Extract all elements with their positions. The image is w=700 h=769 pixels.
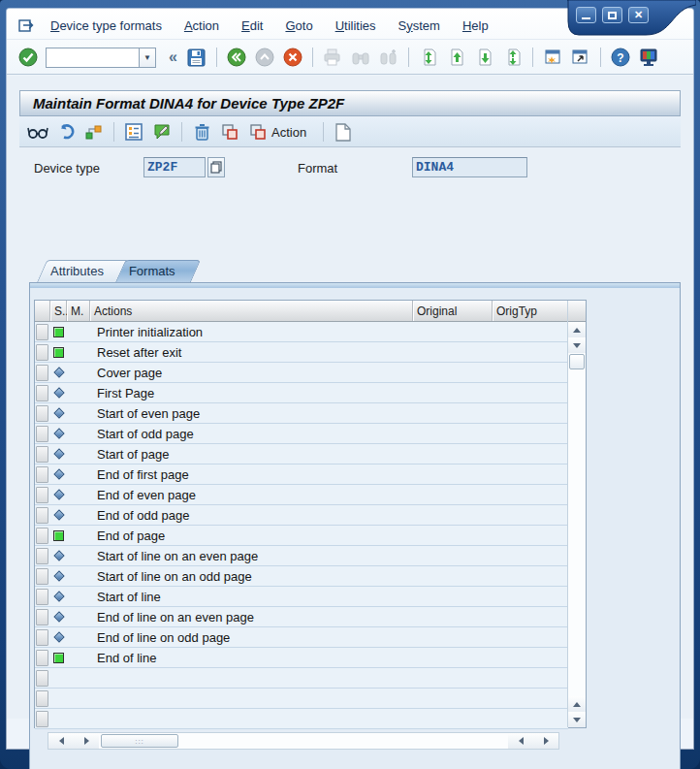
action-name-cell[interactable]: Start of odd page (90, 424, 413, 443)
row-selector[interactable] (36, 365, 48, 381)
first-page-button[interactable] (416, 45, 441, 70)
row-selector[interactable] (36, 711, 48, 727)
table-row[interactable] (35, 689, 568, 709)
create-shortcut-button[interactable] (568, 45, 593, 70)
table-row[interactable]: Start of even page (35, 403, 568, 424)
header-selector[interactable] (35, 301, 50, 321)
table-row[interactable]: Printer initialization (35, 322, 568, 342)
row-selector[interactable] (36, 487, 48, 503)
notes-button[interactable] (149, 119, 175, 144)
action-name-cell[interactable]: Reset after exit (90, 342, 413, 362)
delete-button[interactable] (189, 119, 214, 144)
action-name-cell[interactable]: End of line on odd page (90, 627, 413, 647)
header-status[interactable]: S.. (50, 301, 67, 321)
command-field[interactable] (46, 48, 139, 68)
vertical-scroll-thumb[interactable] (569, 354, 585, 369)
action-name-cell[interactable]: Printer initialization (90, 322, 413, 341)
table-row[interactable]: End of odd page (35, 505, 568, 526)
header-origtyp[interactable]: OrigTyp (493, 301, 568, 321)
find-next-button[interactable] (376, 45, 401, 70)
copy-action-button[interactable] (245, 119, 270, 144)
scroll-left-button[interactable] (48, 733, 74, 749)
action-name-cell[interactable]: Start of line on an odd page (90, 566, 413, 586)
horizontal-scrollbar[interactable]: ::: (48, 732, 559, 750)
header-actions[interactable]: Actions (90, 301, 413, 321)
format-list-button[interactable] (121, 119, 146, 144)
last-page-button[interactable] (500, 45, 525, 70)
table-row[interactable] (35, 668, 568, 689)
row-selector[interactable] (36, 670, 48, 687)
action-name-cell[interactable]: Start of line (90, 587, 413, 606)
row-selector[interactable] (36, 548, 48, 564)
menu-action[interactable]: Action (184, 18, 219, 33)
vertical-scrollbar[interactable] (567, 301, 586, 727)
next-page-button[interactable] (472, 45, 497, 70)
row-selector[interactable] (36, 589, 48, 605)
tab-attributes[interactable]: Attributes (37, 260, 119, 282)
copy-format-button[interactable] (217, 119, 242, 144)
action-name-cell[interactable]: End of first page (90, 465, 413, 484)
header-mark[interactable]: M. (67, 301, 90, 321)
row-selector[interactable] (36, 629, 48, 646)
display-change-button[interactable] (25, 119, 50, 144)
print-button[interactable] (320, 45, 345, 70)
customize-layout-button[interactable] (636, 45, 661, 70)
table-row[interactable]: End of line on odd page (35, 627, 568, 648)
action-button-label[interactable]: Action (271, 125, 306, 140)
close-button[interactable]: ✕ (628, 7, 649, 23)
action-name-cell[interactable]: Cover page (90, 363, 413, 382)
vertical-scroll-track[interactable] (568, 370, 586, 696)
scroll-up-button-bottom[interactable] (568, 696, 586, 712)
minimize-button[interactable] (576, 7, 596, 23)
menu-goto[interactable]: Goto (285, 18, 312, 33)
table-row[interactable]: End of first page (35, 465, 568, 485)
other-format-button[interactable] (81, 119, 107, 144)
action-name-cell[interactable]: End of odd page (90, 505, 413, 525)
scroll-down-button-bottom[interactable] (568, 712, 586, 727)
table-row[interactable]: Start of line (35, 587, 568, 607)
scroll-right-button-right[interactable] (533, 733, 558, 749)
row-selector[interactable] (36, 528, 48, 544)
horizontal-scroll-thumb[interactable]: ::: (101, 734, 178, 748)
scroll-down-button[interactable] (568, 337, 586, 353)
action-name-cell[interactable]: End of page (90, 526, 413, 545)
scroll-up-button[interactable] (568, 322, 586, 337)
scroll-left-button-right[interactable] (508, 733, 533, 749)
command-dropdown-button[interactable]: ▼ (139, 48, 156, 68)
table-row[interactable]: Start of odd page (35, 424, 568, 444)
table-row[interactable]: Cover page (35, 363, 568, 383)
row-selector[interactable] (36, 446, 48, 463)
table-row[interactable] (35, 709, 568, 729)
row-selector[interactable] (36, 405, 48, 422)
menu-system[interactable]: System (398, 18, 440, 33)
row-selector[interactable] (36, 609, 48, 625)
enter-button[interactable] (16, 45, 41, 70)
row-selector[interactable] (36, 426, 48, 442)
table-row[interactable]: End of page (35, 526, 568, 546)
row-selector[interactable] (36, 507, 48, 524)
undo-button[interactable] (53, 119, 79, 144)
device-type-field[interactable] (143, 157, 206, 177)
collapse-toolbar-icon[interactable]: « (169, 48, 177, 66)
menu-exit-button[interactable] (16, 16, 37, 35)
row-selector[interactable] (36, 324, 48, 340)
action-name-cell[interactable]: End of even page (90, 485, 413, 504)
table-row[interactable]: Start of page (35, 444, 568, 465)
save-button[interactable] (184, 45, 209, 70)
table-row[interactable]: Start of line on an even page (35, 546, 568, 566)
menu-utilities[interactable]: Utilities (335, 18, 376, 33)
table-row[interactable]: End of line (35, 648, 568, 668)
horizontal-scroll-track[interactable] (180, 733, 508, 749)
action-name-cell[interactable]: End of line on an even page (90, 607, 413, 626)
action-name-cell[interactable]: Start of line on an even page (90, 546, 413, 565)
row-selector[interactable] (36, 568, 48, 585)
table-row[interactable]: First Page (35, 383, 568, 403)
row-selector[interactable] (36, 385, 48, 401)
find-button[interactable] (348, 45, 373, 70)
menu-edit[interactable]: Edit (241, 18, 263, 33)
new-session-button[interactable] (540, 45, 565, 70)
row-selector[interactable] (36, 466, 48, 483)
scroll-right-button[interactable] (74, 733, 99, 749)
header-original[interactable]: Original (413, 301, 493, 321)
row-selector[interactable] (36, 690, 48, 707)
